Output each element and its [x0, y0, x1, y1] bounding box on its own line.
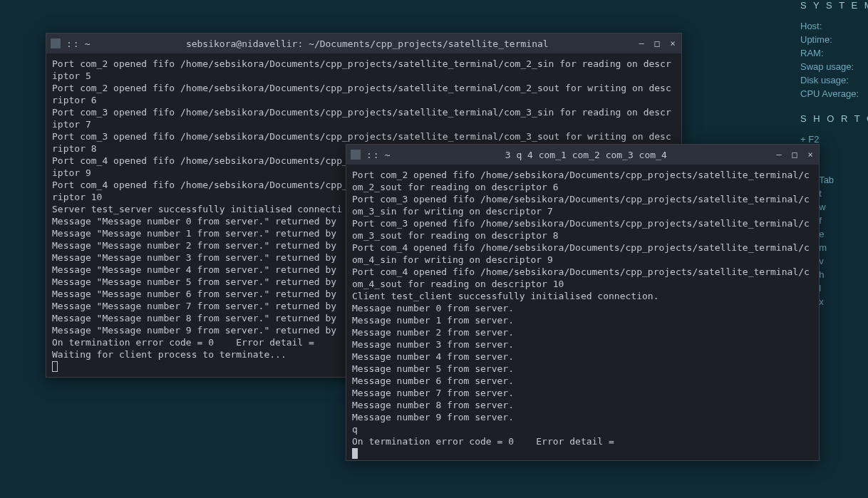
terminal-window-client[interactable]: :: ~ 3 q 4 com_1 com_2 com_3 com_4 – □ ×…	[346, 144, 820, 461]
terminal-title: 3 q 4 com_1 com_2 com_3 com_4	[397, 150, 775, 160]
terminal-titlebar[interactable]: :: ~ sebsikora@nidavellir: ~/Documents/c…	[46, 33, 681, 53]
sidebar-heading-system: S Y S T E M I	[800, 0, 868, 11]
terminal-icon	[351, 150, 361, 160]
title-prefix: ::	[366, 150, 381, 160]
sidebar-sys-item: Swap usage:	[800, 60, 868, 73]
sidebar-sys-item: CPU Average:	[800, 87, 868, 100]
close-button[interactable]: ×	[806, 150, 815, 159]
terminal-text: Port com_2 opened fifo /home/sebsikora/D…	[352, 170, 810, 447]
terminal-titlebar[interactable]: :: ~ 3 q 4 com_1 com_2 com_3 com_4 – □ ×	[346, 145, 819, 165]
minimize-button[interactable]: –	[775, 150, 783, 159]
sidebar-sys-item: Host:	[800, 19, 868, 33]
close-button[interactable]: ×	[668, 39, 677, 48]
sidebar-heading-shortcuts: S H O R T C U	[800, 113, 868, 124]
title-tilde: ~	[85, 38, 91, 49]
maximize-button[interactable]: □	[653, 39, 661, 48]
cursor-icon	[52, 361, 58, 372]
sidebar-sys-item: Uptime:	[800, 33, 868, 46]
maximize-button[interactable]: □	[790, 150, 799, 159]
sidebar-sys-item: Disk usage:	[800, 73, 868, 87]
title-prefix: ::	[66, 38, 81, 49]
terminal-title: sebsikora@nidavellir: ~/Documents/cpp_pr…	[97, 38, 637, 49]
terminal-icon	[51, 38, 61, 48]
title-tilde: ~	[385, 150, 391, 160]
cursor-icon	[352, 448, 358, 459]
terminal-output[interactable]: Port com_2 opened fifo /home/sebsikora/D…	[346, 165, 819, 464]
minimize-button[interactable]: –	[637, 39, 646, 48]
sidebar-sys-item: RAM:	[800, 46, 868, 60]
